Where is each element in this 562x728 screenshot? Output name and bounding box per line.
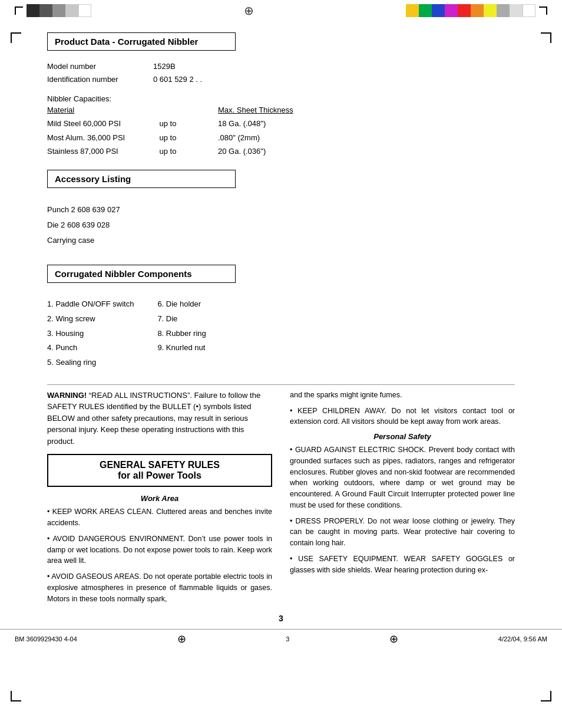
personal-safety-title: Personal Safety — [290, 432, 515, 441]
bottom-right-label: 4/22/04, 9:56 AM — [498, 635, 547, 643]
upto-1: up to — [153, 117, 183, 130]
product-data-title: Product Data - Corrugated Nibbler — [55, 37, 228, 47]
bottom-page-num: 3 — [286, 635, 289, 643]
swatch-gray — [52, 4, 65, 17]
safety-title-line2: for all Power Tools — [58, 470, 262, 481]
work-area-bullet-2: • AVOID GASEOUS AREAS. Do not operate po… — [47, 571, 272, 604]
model-label: Model number — [47, 60, 135, 73]
components-section: Corrugated Nibbler Components 1. Paddle … — [47, 265, 515, 374]
safety-title-line1: GENERAL SAFETY RULES — [58, 460, 262, 470]
material-1: Mild Steel 60,000 PSI — [47, 117, 153, 130]
components-grid: 1. Paddle ON/OFF switch 2. Wing screw 3.… — [47, 292, 515, 374]
left-column: WARNING! “READ ALL INSTRUCTIONS”. Failur… — [47, 390, 272, 610]
corner-br — [541, 691, 551, 701]
cap-row-1: Mild Steel 60,000 PSI up to — [47, 117, 194, 130]
id-label: Identification number — [47, 73, 135, 86]
gray-swatches — [27, 4, 91, 17]
warning-right-para1: • KEEP CHILDREN AWAY. Do not let visitor… — [290, 406, 515, 428]
swatch-red — [458, 4, 471, 17]
work-area-bullet-1: • AVOID DANGEROUS ENVIRONMENT. Don’t use… — [47, 533, 272, 566]
id-value: 0 601 529 2 . . — [153, 73, 202, 86]
crosshair-left: ⊕ — [244, 4, 254, 18]
bottom-bar: BM 3609929430 4-04 ⊕ 3 ⊕ 4/22/04, 9:56 A… — [0, 629, 562, 648]
material-3: Stainless 87,000 PSI — [47, 144, 153, 158]
swatch-light-gray — [65, 4, 78, 17]
warning-intro: WARNING! “READ ALL INSTRUCTIONS”. Failur… — [47, 390, 272, 447]
upto-3: up to — [153, 144, 183, 158]
divider — [47, 384, 515, 385]
crosshair-bottom-r: ⊕ — [389, 633, 398, 645]
personal-bullet-1: • DRESS PROPERLY. Do not wear loose clot… — [290, 516, 515, 549]
components-left-list: 1. Paddle ON/OFF switch 2. Wing screw 3.… — [47, 297, 134, 370]
comp-item-5: 6. Die holder — [157, 297, 206, 312]
swatch-white — [78, 4, 91, 17]
upto-2: up to — [153, 131, 183, 144]
warning-bold: WARNING! — [47, 391, 87, 400]
safety-rules-box: GENERAL SAFETY RULES for all Power Tools — [47, 454, 272, 487]
model-row: Model number 1529B — [47, 60, 515, 73]
product-data-section: Product Data - Corrugated Nibbler Model … — [47, 32, 515, 158]
accessory-title: Accessory Listing — [55, 174, 228, 184]
work-area-title: Work Area — [47, 494, 272, 503]
cap-left: Material Mild Steel 60,000 PSI up to Mos… — [47, 106, 194, 158]
personal-bullet-0: • GUARD AGAINST ELECTRIC SHOCK. Prevent … — [290, 444, 515, 511]
swatch-blue — [432, 4, 445, 17]
comp-item-4: 5. Sealing ring — [47, 355, 134, 370]
components-right-list: 6. Die holder 7. Die 8. Rubber ring 9. K… — [157, 297, 206, 370]
cap-row-3: Stainless 87,000 PSI up to — [47, 144, 194, 158]
comp-item-3: 4. Punch — [47, 341, 134, 355]
swatch-orange — [471, 4, 484, 17]
accessory-item-0: Punch 2 608 639 027 — [47, 202, 515, 218]
swatch-pale-gray — [510, 4, 523, 17]
thickness-3: 20 Ga. (.036") — [218, 144, 293, 158]
main-content: Product Data - Corrugated Nibbler Model … — [0, 32, 562, 623]
product-data-box: Product Data - Corrugated Nibbler — [47, 32, 236, 51]
swatch-magenta — [445, 4, 458, 17]
main-two-col: WARNING! “READ ALL INSTRUCTIONS”. Failur… — [47, 390, 515, 610]
top-register-bar: ⊕ — [0, 0, 562, 21]
cap-right: Max. Sheet Thickness 18 Ga. (.048") .080… — [218, 106, 293, 158]
thickness-header: Max. Sheet Thickness — [218, 106, 293, 114]
accessory-box: Accessory Listing — [47, 170, 236, 188]
comp-item-8: 9. Knurled nut — [157, 341, 206, 355]
swatch-green — [419, 4, 432, 17]
swatch-white-r — [523, 4, 535, 17]
material-header: Material — [47, 106, 194, 114]
thickness-1: 18 Ga. (.048") — [218, 117, 293, 130]
accessory-section: Accessory Listing Punch 2 608 639 027 Di… — [47, 170, 515, 253]
page-number: 3 — [47, 614, 515, 623]
right-column: and the sparks might ignite fumes. • KEE… — [290, 390, 515, 610]
top-right-group — [406, 4, 547, 17]
swatch-dark-gray — [39, 4, 52, 17]
thickness-2: .080" (2mm) — [218, 131, 293, 144]
model-value: 1529B — [153, 60, 176, 73]
cap-row-2: Most Alum. 36,000 PSI up to — [47, 131, 194, 144]
swatch-yellow — [406, 4, 419, 17]
comp-item-0: 1. Paddle ON/OFF switch — [47, 297, 134, 312]
product-info-table: Model number 1529B Identification number… — [47, 60, 515, 86]
accessory-item-1: Die 2 608 639 028 — [47, 218, 515, 233]
id-row: Identification number 0 601 529 2 . . — [47, 73, 515, 86]
comp-item-2: 3. Housing — [47, 327, 134, 341]
crosshair-bottom: ⊕ — [177, 633, 186, 645]
color-swatches-right — [406, 4, 535, 17]
accessory-list: Punch 2 608 639 027 Die 2 608 639 028 Ca… — [47, 197, 515, 253]
capacities-table: Material Mild Steel 60,000 PSI up to Mos… — [47, 106, 515, 158]
swatch-lime — [484, 4, 497, 17]
comp-item-1: 2. Wing screw — [47, 312, 134, 327]
corner-mark-tl — [15, 6, 23, 15]
swatch-mid-gray — [497, 4, 510, 17]
capacities-section: Nibbler Capacities: Material Mild Steel … — [47, 94, 515, 158]
swatch-black — [27, 4, 39, 17]
material-2: Most Alum. 36,000 PSI — [47, 131, 153, 144]
warning-right-intro: and the sparks might ignite fumes. — [290, 390, 515, 401]
comp-item-6: 7. Die — [157, 312, 206, 327]
personal-bullet-2: • USE SAFETY EQUIPMENT. WEAR SAFETY GOGG… — [290, 554, 515, 576]
capacities-title: Nibbler Capacities: — [47, 94, 515, 103]
components-box: Corrugated Nibbler Components — [47, 265, 236, 283]
corner-bl — [11, 691, 21, 701]
top-left-group — [15, 4, 91, 17]
accessory-item-2: Carrying case — [47, 233, 515, 248]
work-area-bullet-0: • KEEP WORK AREAS CLEAN. Cluttered areas… — [47, 506, 272, 529]
components-title: Corrugated Nibbler Components — [55, 269, 228, 279]
